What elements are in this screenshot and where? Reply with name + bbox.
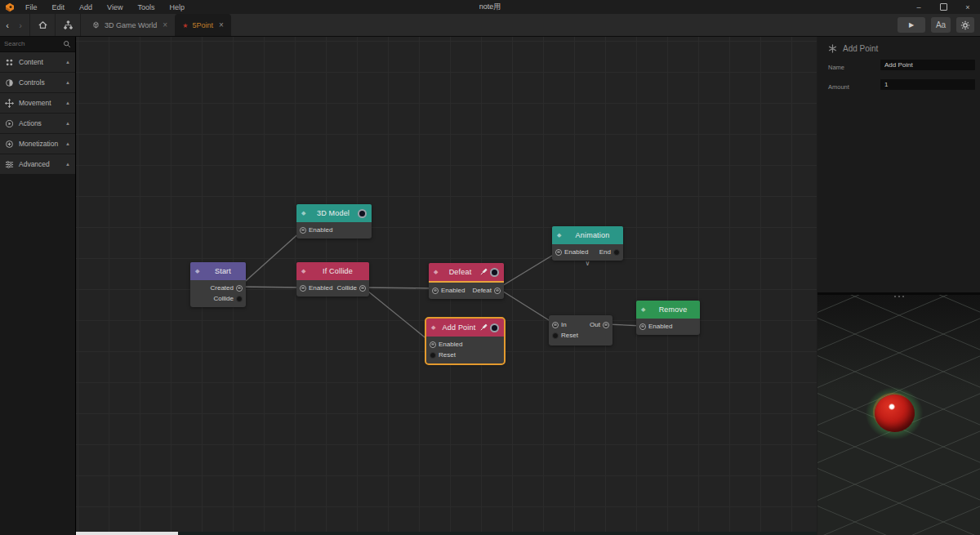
port-row: Reset — [549, 330, 612, 341]
restore-button[interactable] — [931, 0, 956, 14]
hierarchy-icon[interactable] — [59, 14, 77, 36]
play-button[interactable]: ▶ — [898, 17, 925, 33]
node-header-if-collide[interactable]: ◆If Collide — [296, 262, 369, 280]
star-icon: ★ — [182, 21, 188, 29]
if-collide-port-enabled[interactable] — [300, 285, 306, 292]
3d-model-port-enabled[interactable] — [300, 227, 306, 234]
name-input[interactable] — [880, 60, 975, 70]
panel-resize-handle[interactable] — [894, 296, 904, 297]
if-collide-port-collide[interactable] — [359, 285, 366, 292]
menu-item-edit[interactable]: Edit — [45, 0, 73, 14]
collapse-triangle-icon[interactable]: ▲ — [65, 100, 70, 105]
node-header-animation[interactable]: ◆Animation — [552, 226, 623, 244]
eyedropper-icon[interactable] — [479, 268, 488, 276]
forward-icon[interactable]: › — [15, 14, 26, 36]
sidebar-item-monetization[interactable]: Monetization▲ — [0, 134, 75, 154]
collapse-triangle-icon[interactable]: ▲ — [65, 121, 70, 126]
sidebar-item-label: Content — [19, 58, 43, 66]
red-sphere[interactable] — [875, 395, 915, 432]
sidebar-item-controls[interactable]: Controls▲ — [0, 73, 75, 93]
add-point-port-group: Reset — [430, 351, 456, 359]
horizontal-scrollbar-thumb[interactable] — [76, 532, 178, 535]
node-output-port[interactable] — [490, 323, 499, 332]
menu-item-add[interactable]: Add — [72, 0, 100, 14]
window-controls: – × — [906, 0, 980, 14]
wire-if-collide-collide-to-defeat-enabled[interactable] — [363, 288, 434, 288]
node-header-remove[interactable]: ◆Remove — [636, 301, 700, 319]
close-icon[interactable]: × — [219, 20, 224, 29]
node-3d-model[interactable]: ◆3D ModelEnabled — [296, 204, 372, 239]
port-label: Created — [211, 284, 234, 292]
node-add-point[interactable]: ◆Add PointEnabledReset — [426, 319, 504, 363]
tab-3d-game-world[interactable]: 3D Game World× — [84, 14, 175, 36]
back-icon[interactable]: ‹ — [2, 14, 13, 36]
node-animation[interactable]: ◆AnimationEnabledEnd∨ — [552, 226, 623, 261]
horizontal-scrollbar-track[interactable] — [76, 532, 817, 535]
node-canvas[interactable]: ◆3D ModelEnabled◆StartCreatedCollide◆If … — [76, 36, 817, 535]
node-output-port[interactable] — [358, 209, 367, 218]
menu-bar: FileEditAddViewToolsHelp — [18, 0, 192, 14]
node-counter[interactable]: InOutReset — [549, 315, 612, 346]
search-input[interactable] — [4, 40, 63, 47]
add-point-port-reset[interactable] — [430, 352, 436, 359]
collapse-triangle-icon[interactable]: ▲ — [65, 60, 70, 65]
node-defeat[interactable]: ◆DefeatEnabledDefeat — [429, 263, 504, 299]
collapse-triangle-icon[interactable]: ▲ — [65, 80, 70, 85]
properties-panel: Add Point NameAmount — [817, 36, 980, 292]
node-if-collide[interactable]: ◆If CollideEnabledCollide — [296, 262, 369, 296]
node-header-add-point[interactable]: ◆Add Point — [426, 319, 504, 337]
node-header-start[interactable]: ◆Start — [190, 262, 246, 280]
animation-port-end[interactable] — [613, 249, 620, 256]
close-icon[interactable]: × — [163, 20, 167, 29]
3d-model-port-group: Enabled — [300, 226, 332, 234]
node-body-if-collide: EnabledCollide — [296, 280, 369, 296]
remove-port-enabled[interactable] — [639, 323, 646, 330]
sidebar-item-label: Movement — [19, 99, 51, 107]
sidebar-item-advanced[interactable]: Advanced▲ — [0, 154, 75, 175]
sidebar-item-content[interactable]: Content▲ — [0, 52, 75, 73]
defeat-port-defeat[interactable] — [494, 288, 501, 294]
add-point-port-enabled[interactable] — [430, 341, 436, 348]
collapse-triangle-icon[interactable]: ▲ — [65, 162, 70, 167]
node-body-defeat: EnabledDefeat — [429, 283, 504, 299]
sidebar-item-movement[interactable]: Movement▲ — [0, 93, 75, 114]
wire-defeat-defeat-to-animation-enabled[interactable] — [498, 252, 559, 288]
wire-if-collide-collide-to-add-point-enabled[interactable] — [363, 288, 433, 344]
node-header-3d-model[interactable]: ◆3D Model — [296, 204, 372, 222]
animation-port-enabled[interactable] — [555, 249, 562, 256]
node-start[interactable]: ◆StartCreatedCollide — [190, 262, 246, 307]
home-icon[interactable] — [33, 14, 51, 36]
menu-item-file[interactable]: File — [18, 0, 45, 14]
minimize-button[interactable]: – — [906, 0, 931, 14]
menu-item-view[interactable]: View — [100, 0, 130, 14]
chevron-down-icon[interactable]: ∨ — [586, 261, 590, 267]
eyedropper-icon[interactable] — [479, 323, 488, 332]
amount-input[interactable] — [880, 79, 975, 90]
node-body-counter: InOutReset — [549, 315, 612, 346]
node-output-port[interactable] — [490, 268, 499, 277]
wire-start-created-to-if-collide-enabled[interactable] — [239, 287, 302, 288]
counter-port-out[interactable] — [603, 322, 609, 328]
defeat-port-enabled[interactable] — [432, 288, 439, 294]
text-settings-button[interactable]: Aa — [931, 17, 951, 33]
wire-defeat-defeat-to-counter-in[interactable] — [498, 288, 555, 324]
start-port-created[interactable] — [236, 285, 243, 292]
menu-item-help[interactable]: Help — [162, 0, 192, 14]
start-port-collide[interactable] — [236, 296, 243, 302]
sidebar-item-actions[interactable]: Actions▲ — [0, 114, 75, 134]
tab-label: 5Point — [192, 21, 213, 29]
node-header-defeat[interactable]: ◆Defeat — [429, 263, 504, 283]
node-remove[interactable]: ◆RemoveEnabled — [636, 301, 700, 335]
close-button[interactable]: × — [956, 0, 980, 14]
preview-3d[interactable] — [817, 292, 980, 535]
menu-item-tools[interactable]: Tools — [130, 0, 162, 14]
port-label: Enabled — [441, 287, 465, 294]
gear-icon[interactable] — [956, 17, 974, 33]
counter-port-reset[interactable] — [552, 332, 559, 339]
wire-start-created-to-3d-model-enabled[interactable] — [239, 230, 302, 287]
tab-5point[interactable]: ★5Point× — [175, 14, 231, 36]
collapse-triangle-icon[interactable]: ▲ — [65, 141, 70, 146]
counter-port-in[interactable] — [552, 322, 559, 328]
port-label: Enabled — [309, 226, 332, 234]
port-label: Collide — [214, 295, 234, 302]
